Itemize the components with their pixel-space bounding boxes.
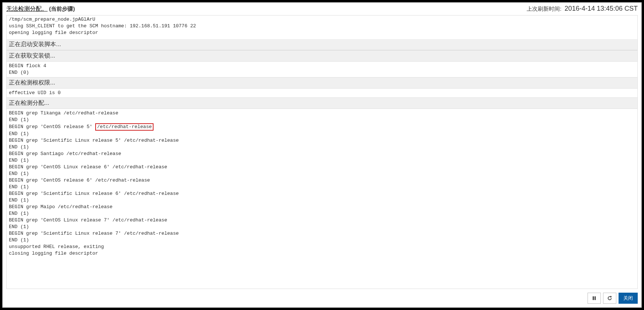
refresh-icon [607,296,612,301]
log-preamble: /tmp/scm_prepare_node.jpAGlArU using SSH… [7,16,637,39]
svg-rect-1 [595,296,596,300]
log-line: END (1) [9,237,635,244]
close-button[interactable]: 关闭 [619,293,638,304]
log-section-body: BEGIN grep Tikanga /etc/redhat-releaseEN… [7,109,637,258]
log-line: BEGIN grep 'Scientific Linux release 5' … [9,137,635,144]
pause-button[interactable] [588,293,601,304]
log-line: BEGIN grep 'CentOS Linux release 7' /etc… [9,217,635,224]
log-line: END (1) [9,184,635,190]
log-line: BEGIN grep Santiago /etc/redhat-release [9,151,635,157]
log-line: unsupported RHEL release, exiting [9,244,635,250]
log-line: END (1) [9,210,635,217]
header-right: 上次刷新时间: 2016-4-14 13:45:06 CST [527,5,638,13]
log-line: BEGIN grep Maipo /etc/redhat-release [9,204,635,210]
log-line: END (1) [9,197,635,204]
log-line: BEGIN grep 'CentOS Linux release 6' /etc… [9,164,635,170]
log-line: BEGIN grep Tikanga /etc/redhat-release [9,110,635,117]
log-section-header: 正在启动安装脚本... [7,39,637,50]
header-left: 无法检测分配。 (当前步骤) [6,5,75,13]
last-refresh-label: 上次刷新时间: [527,6,561,12]
title-link[interactable]: 无法检测分配。 [6,5,48,13]
current-step-label: (当前步骤) [49,6,75,13]
log-line: BEGIN grep 'Scientific Linux release 7' … [9,230,635,237]
log-line-highlight: /etc/redhat-release [95,123,154,131]
log-section-header: 正在检测分配... [7,97,637,109]
log-line: BEGIN flock 4 [9,63,635,69]
log-line: BEGIN grep 'Scientific Linux release 6' … [9,190,635,197]
log-line: END (1) [9,170,635,177]
dialog-footer: 关闭 [3,289,641,307]
svg-rect-0 [593,296,594,300]
pause-icon [592,296,597,301]
dialog-header: 无法检测分配。 (当前步骤) 上次刷新时间: 2016-4-14 13:45:0… [3,3,641,15]
log-section-header: 正在获取安装锁... [7,50,637,62]
log-line: effective UID is 0 [9,90,635,96]
log-section-header: 正在检测根权限... [7,77,637,89]
log-line: END (1) [9,117,635,123]
log-line-text: BEGIN grep 'CentOS release 5' [9,124,95,130]
log-sections: 正在启动安装脚本...正在获取安装锁...BEGIN flock 4END (0… [7,39,637,258]
log-line: END (1) [9,144,635,151]
log-line: END (1) [9,157,635,164]
log-panel[interactable]: /tmp/scm_prepare_node.jpAGlArU using SSH… [6,15,638,289]
refresh-button[interactable] [603,293,616,304]
log-line: END (1) [9,224,635,230]
log-section-body: BEGIN flock 4END (0) [7,62,637,77]
dialog: 无法检测分配。 (当前步骤) 上次刷新时间: 2016-4-14 13:45:0… [2,2,642,308]
log-section-body: effective UID is 0 [7,89,637,97]
log-line: END (1) [9,131,635,137]
log-line: closing logging file descriptor [9,250,635,257]
log-line: BEGIN grep 'CentOS release 6' /etc/redha… [9,177,635,184]
log-line: BEGIN grep 'CentOS release 5' /etc/redha… [9,123,635,131]
last-refresh-time: 2016-4-14 13:45:06 CST [565,5,638,12]
log-line: END (0) [9,69,635,76]
